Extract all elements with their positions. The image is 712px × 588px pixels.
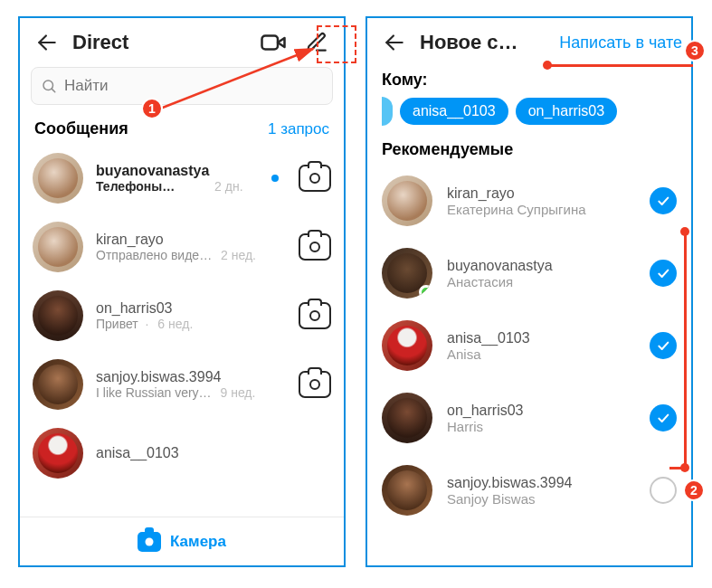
user-name: sanjoy.biswas.3994 (447, 475, 635, 491)
video-icon (260, 29, 287, 56)
camera-bar[interactable]: Камера (20, 517, 344, 565)
chat-name: on_harris03 (96, 300, 286, 317)
chat-subtitle: Телефоны… 2 дн. (96, 179, 259, 194)
suggested-user-row[interactable]: on_harris03 Harris (367, 382, 691, 454)
chat-body: kiran_rayo Отправлено виде… 2 нед. (96, 232, 286, 262)
recommended-title: Рекомендуемые (367, 138, 691, 165)
avatar (382, 248, 432, 299)
user-subtitle: Harris (447, 419, 635, 434)
chat-name: anisa__0103 (96, 445, 331, 461)
chat-body: sanjoy.biswas.3994 I like Russian very… … (96, 369, 286, 400)
write-in-chat-button[interactable]: Написать в чате (559, 33, 682, 52)
search-field[interactable] (31, 67, 333, 105)
arrow-left-icon (35, 31, 59, 54)
chat-subtitle: Отправлено виде… 2 нед. (96, 248, 286, 262)
camera-icon[interactable] (299, 371, 331, 398)
suggested-user-row[interactable]: buyanovanastya Анастасия (367, 237, 691, 309)
avatar (382, 393, 432, 443)
avatar (382, 465, 432, 516)
chat-row[interactable]: on_harris03 Привет · 6 нед. (20, 281, 344, 350)
user-subtitle: Sanjoy Biswas (447, 491, 635, 507)
avatar (33, 153, 83, 204)
messages-section-header: Сообщения 1 запрос (20, 114, 344, 144)
chat-row[interactable]: sanjoy.biswas.3994 I like Russian very… … (20, 350, 344, 419)
chat-subtitle: Привет · 6 нед. (96, 317, 286, 331)
suggested-user-row[interactable]: anisa__0103 Anisa (367, 309, 691, 382)
suggested-user-row[interactable]: kiran_rayo Екатерина Супрыгина (367, 165, 691, 237)
compose-header: Новое с… Написать в чате (367, 18, 691, 67)
avatar (382, 175, 432, 226)
user-subtitle: Anisa (447, 346, 635, 362)
search-container (20, 67, 344, 114)
suggested-user-row[interactable]: sanjoy.biswas.3994 Sanjoy Biswas (367, 454, 691, 526)
direct-title: Direct (72, 31, 248, 54)
chat-row[interactable]: anisa__0103 (20, 419, 344, 479)
direct-header: Direct (20, 18, 344, 67)
select-checkbox[interactable] (650, 332, 677, 359)
user-name: buyanovanastya (447, 258, 635, 274)
select-checkbox[interactable] (650, 187, 677, 214)
user-subtitle: Анастасия (447, 274, 635, 289)
avatar (382, 320, 432, 371)
user-name: kiran_rayo (447, 185, 635, 202)
recipient-chip[interactable]: anisa__0103 (400, 98, 508, 125)
to-label: Кому: (367, 67, 691, 97)
user-name: on_harris03 (447, 403, 635, 419)
chat-name: buyanovanastya (96, 163, 259, 179)
search-icon (41, 78, 57, 94)
avatar (33, 290, 83, 341)
back-button[interactable] (29, 24, 65, 61)
camera-fill-icon (138, 532, 161, 552)
chat-body: anisa__0103 (96, 445, 331, 461)
recipient-chip[interactable]: on_harris03 (516, 98, 618, 125)
requests-link[interactable]: 1 запрос (268, 120, 329, 138)
camera-icon[interactable] (299, 165, 331, 192)
chat-row[interactable]: kiran_rayo Отправлено виде… 2 нед. (20, 213, 344, 281)
svg-rect-1 (262, 36, 279, 50)
chat-row[interactable]: buyanovanastya Телефоны… 2 дн. (20, 144, 344, 213)
select-checkbox[interactable] (650, 404, 677, 432)
svg-line-4 (52, 89, 54, 91)
compose-button[interactable] (299, 24, 335, 61)
chat-body: on_harris03 Привет · 6 нед. (96, 300, 286, 331)
chat-subtitle: I like Russian very… 9 нед. (96, 385, 286, 400)
avatar (33, 222, 83, 272)
direct-screen: Direct Сообщения 1 запрос buyanovanastya… (18, 16, 346, 567)
online-indicator (419, 285, 432, 299)
search-input[interactable] (64, 77, 323, 95)
chat-name: kiran_rayo (96, 232, 286, 248)
recipient-chips: anisa__0103 on_harris03 (367, 97, 691, 138)
compose-icon (305, 31, 328, 54)
compose-title: Новое с… (420, 31, 552, 54)
avatar (33, 428, 83, 479)
camera-icon[interactable] (299, 233, 331, 261)
camera-label: Камера (170, 533, 226, 551)
chip-partial (382, 97, 393, 126)
chat-name: sanjoy.biswas.3994 (96, 369, 286, 385)
new-message-screen: Новое с… Написать в чате Кому: anisa__01… (365, 16, 693, 567)
select-checkbox[interactable] (650, 477, 677, 504)
user-subtitle: Екатерина Супрыгина (447, 202, 635, 217)
video-call-button[interactable] (255, 24, 291, 61)
chat-body: buyanovanastya Телефоны… 2 дн. (96, 163, 259, 194)
back-button[interactable] (376, 24, 413, 61)
unread-indicator (271, 175, 279, 182)
camera-icon[interactable] (299, 302, 331, 329)
select-checkbox[interactable] (650, 260, 677, 287)
arrow-left-icon (383, 31, 406, 54)
user-name: anisa__0103 (447, 330, 635, 346)
messages-title: Сообщения (34, 119, 128, 138)
avatar (33, 359, 83, 410)
